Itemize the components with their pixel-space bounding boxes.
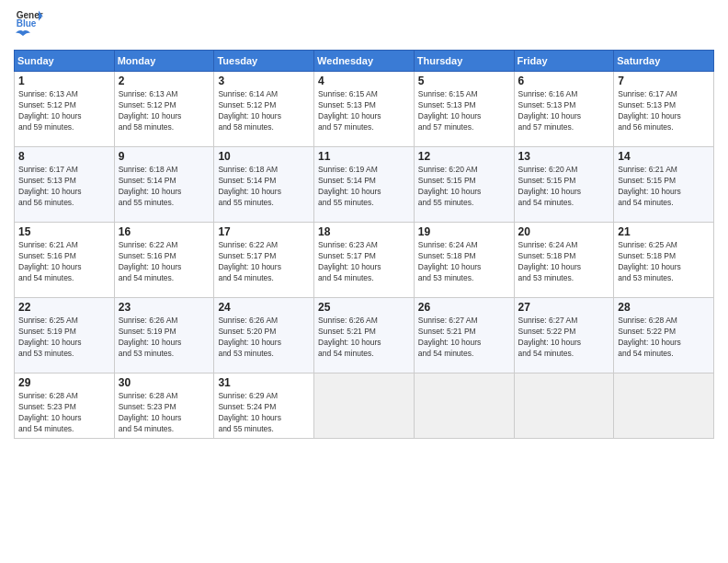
calendar-cell: 16 Sunrise: 6:22 AMSunset: 5:16 PMDaylig… bbox=[114, 223, 214, 298]
day-number: 20 bbox=[518, 225, 610, 238]
day-info: Sunrise: 6:13 AMSunset: 5:12 PMDaylight:… bbox=[119, 89, 210, 133]
day-info: Sunrise: 6:24 AMSunset: 5:18 PMDaylight:… bbox=[418, 240, 510, 284]
calendar-cell: 20 Sunrise: 6:24 AMSunset: 5:18 PMDaylig… bbox=[514, 223, 614, 298]
calendar-cell: 9 Sunrise: 6:18 AMSunset: 5:14 PMDayligh… bbox=[114, 147, 214, 223]
header: General Blue bbox=[14, 9, 714, 42]
day-number: 3 bbox=[218, 75, 310, 87]
day-info: Sunrise: 6:21 AMSunset: 5:15 PMDaylight:… bbox=[618, 165, 710, 209]
calendar-cell: 17 Sunrise: 6:22 AMSunset: 5:17 PMDaylig… bbox=[214, 223, 314, 298]
logo: General Blue bbox=[14, 9, 43, 42]
day-info: Sunrise: 6:27 AMSunset: 5:22 PMDaylight:… bbox=[518, 316, 610, 360]
calendar-cell: 19 Sunrise: 6:24 AMSunset: 5:18 PMDaylig… bbox=[414, 223, 514, 298]
calendar-cell: 31 Sunrise: 6:29 AMSunset: 5:24 PMDaylig… bbox=[214, 373, 314, 439]
day-info: Sunrise: 6:16 AMSunset: 5:13 PMDaylight:… bbox=[518, 89, 610, 133]
day-info: Sunrise: 6:29 AMSunset: 5:24 PMDaylight:… bbox=[218, 391, 310, 435]
day-info: Sunrise: 6:24 AMSunset: 5:18 PMDaylight:… bbox=[518, 240, 610, 284]
logo-bird-icon bbox=[15, 29, 31, 42]
calendar-header-saturday: Saturday bbox=[614, 51, 714, 72]
day-info: Sunrise: 6:26 AMSunset: 5:20 PMDaylight:… bbox=[218, 316, 310, 360]
calendar-cell: 27 Sunrise: 6:27 AMSunset: 5:22 PMDaylig… bbox=[514, 298, 614, 373]
calendar-header-tuesday: Tuesday bbox=[214, 51, 314, 72]
calendar-header-monday: Monday bbox=[114, 51, 214, 72]
calendar-cell: 10 Sunrise: 6:18 AMSunset: 5:14 PMDaylig… bbox=[214, 147, 314, 223]
day-number: 10 bbox=[218, 150, 310, 163]
day-info: Sunrise: 6:18 AMSunset: 5:14 PMDaylight:… bbox=[119, 165, 210, 209]
day-number: 31 bbox=[218, 376, 310, 389]
day-number: 30 bbox=[119, 376, 210, 389]
calendar-cell: 13 Sunrise: 6:20 AMSunset: 5:15 PMDaylig… bbox=[514, 147, 614, 223]
calendar-cell bbox=[514, 373, 614, 439]
day-number: 12 bbox=[418, 150, 510, 163]
day-info: Sunrise: 6:15 AMSunset: 5:13 PMDaylight:… bbox=[318, 89, 410, 133]
calendar-cell: 24 Sunrise: 6:26 AMSunset: 5:20 PMDaylig… bbox=[214, 298, 314, 373]
day-number: 17 bbox=[218, 225, 310, 238]
day-number: 18 bbox=[318, 225, 410, 238]
calendar-header-friday: Friday bbox=[514, 51, 614, 72]
day-number: 25 bbox=[318, 301, 410, 314]
day-info: Sunrise: 6:22 AMSunset: 5:16 PMDaylight:… bbox=[119, 240, 210, 284]
day-info: Sunrise: 6:23 AMSunset: 5:17 PMDaylight:… bbox=[318, 240, 410, 284]
day-number: 8 bbox=[18, 150, 110, 163]
day-number: 1 bbox=[18, 75, 110, 87]
calendar-header-sunday: Sunday bbox=[15, 51, 115, 72]
day-number: 2 bbox=[119, 75, 210, 87]
calendar-cell: 12 Sunrise: 6:20 AMSunset: 5:15 PMDaylig… bbox=[414, 147, 514, 223]
day-number: 5 bbox=[418, 75, 510, 87]
calendar-table: SundayMondayTuesdayWednesdayThursdayFrid… bbox=[14, 50, 714, 439]
calendar-header-wednesday: Wednesday bbox=[314, 51, 415, 72]
calendar-cell: 5 Sunrise: 6:15 AMSunset: 5:13 PMDayligh… bbox=[414, 72, 514, 147]
day-number: 28 bbox=[618, 301, 710, 314]
day-info: Sunrise: 6:27 AMSunset: 5:21 PMDaylight:… bbox=[418, 316, 510, 360]
day-info: Sunrise: 6:22 AMSunset: 5:17 PMDaylight:… bbox=[218, 240, 310, 284]
calendar-cell: 28 Sunrise: 6:28 AMSunset: 5:22 PMDaylig… bbox=[614, 298, 714, 373]
day-number: 29 bbox=[18, 376, 110, 389]
day-number: 9 bbox=[119, 150, 210, 163]
day-info: Sunrise: 6:20 AMSunset: 5:15 PMDaylight:… bbox=[518, 165, 610, 209]
day-info: Sunrise: 6:21 AMSunset: 5:16 PMDaylight:… bbox=[18, 240, 110, 284]
day-info: Sunrise: 6:20 AMSunset: 5:15 PMDaylight:… bbox=[418, 165, 510, 209]
calendar-cell bbox=[614, 373, 714, 439]
day-info: Sunrise: 6:18 AMSunset: 5:14 PMDaylight:… bbox=[218, 165, 310, 209]
calendar-cell: 25 Sunrise: 6:26 AMSunset: 5:21 PMDaylig… bbox=[314, 298, 415, 373]
day-info: Sunrise: 6:19 AMSunset: 5:14 PMDaylight:… bbox=[318, 165, 410, 209]
calendar-cell: 15 Sunrise: 6:21 AMSunset: 5:16 PMDaylig… bbox=[15, 223, 115, 298]
day-number: 11 bbox=[318, 150, 410, 163]
day-info: Sunrise: 6:14 AMSunset: 5:12 PMDaylight:… bbox=[218, 89, 310, 133]
calendar-cell: 1 Sunrise: 6:13 AMSunset: 5:12 PMDayligh… bbox=[15, 72, 115, 147]
day-number: 22 bbox=[18, 301, 110, 314]
day-number: 14 bbox=[618, 150, 710, 163]
calendar-cell: 18 Sunrise: 6:23 AMSunset: 5:17 PMDaylig… bbox=[314, 223, 415, 298]
day-info: Sunrise: 6:26 AMSunset: 5:21 PMDaylight:… bbox=[318, 316, 410, 360]
calendar-cell: 4 Sunrise: 6:15 AMSunset: 5:13 PMDayligh… bbox=[314, 72, 415, 147]
day-number: 13 bbox=[518, 150, 610, 163]
calendar-cell: 29 Sunrise: 6:28 AMSunset: 5:23 PMDaylig… bbox=[15, 373, 115, 439]
day-info: Sunrise: 6:26 AMSunset: 5:19 PMDaylight:… bbox=[119, 316, 210, 360]
day-number: 26 bbox=[418, 301, 510, 314]
calendar-cell bbox=[414, 373, 514, 439]
day-number: 4 bbox=[318, 75, 410, 87]
svg-text:Blue: Blue bbox=[17, 18, 37, 28]
calendar-cell: 22 Sunrise: 6:25 AMSunset: 5:19 PMDaylig… bbox=[15, 298, 115, 373]
page-container: General Blue SundayMondayTuesdayWednesda… bbox=[0, 0, 728, 448]
calendar-cell: 8 Sunrise: 6:17 AMSunset: 5:13 PMDayligh… bbox=[15, 147, 115, 223]
calendar-cell: 23 Sunrise: 6:26 AMSunset: 5:19 PMDaylig… bbox=[114, 298, 214, 373]
day-number: 23 bbox=[119, 301, 210, 314]
day-info: Sunrise: 6:28 AMSunset: 5:23 PMDaylight:… bbox=[18, 391, 110, 435]
day-info: Sunrise: 6:25 AMSunset: 5:18 PMDaylight:… bbox=[618, 240, 710, 284]
day-number: 19 bbox=[418, 225, 510, 238]
calendar-cell: 7 Sunrise: 6:17 AMSunset: 5:13 PMDayligh… bbox=[614, 72, 714, 147]
calendar-cell bbox=[314, 373, 415, 439]
logo-icon: General Blue bbox=[16, 9, 43, 28]
day-number: 16 bbox=[119, 225, 210, 238]
day-number: 27 bbox=[518, 301, 610, 314]
day-info: Sunrise: 6:17 AMSunset: 5:13 PMDaylight:… bbox=[18, 165, 110, 209]
day-info: Sunrise: 6:17 AMSunset: 5:13 PMDaylight:… bbox=[618, 89, 710, 133]
calendar-cell: 3 Sunrise: 6:14 AMSunset: 5:12 PMDayligh… bbox=[214, 72, 314, 147]
day-number: 15 bbox=[18, 225, 110, 238]
day-number: 7 bbox=[618, 75, 710, 87]
calendar-cell: 2 Sunrise: 6:13 AMSunset: 5:12 PMDayligh… bbox=[114, 72, 214, 147]
day-number: 21 bbox=[618, 225, 710, 238]
day-info: Sunrise: 6:25 AMSunset: 5:19 PMDaylight:… bbox=[18, 316, 110, 360]
calendar-cell: 11 Sunrise: 6:19 AMSunset: 5:14 PMDaylig… bbox=[314, 147, 415, 223]
day-info: Sunrise: 6:15 AMSunset: 5:13 PMDaylight:… bbox=[418, 89, 510, 133]
